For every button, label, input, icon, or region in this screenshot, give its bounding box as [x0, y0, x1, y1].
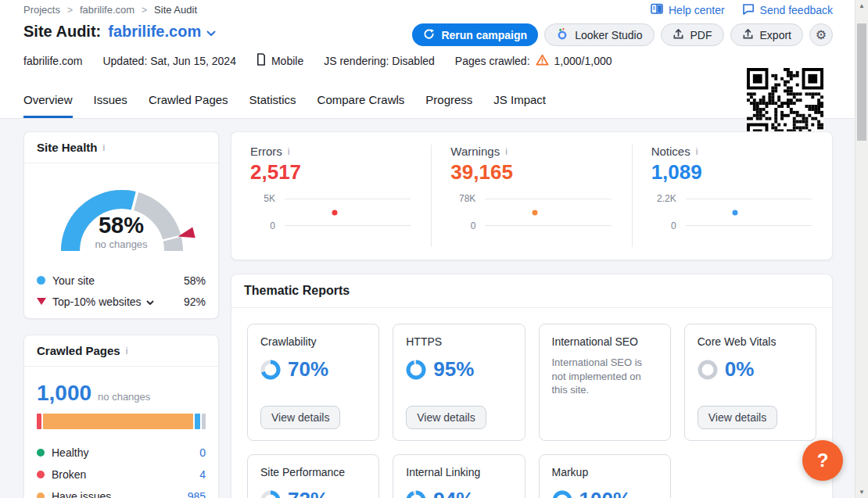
notices-label-row: Notices i: [651, 145, 813, 158]
tab-issues[interactable]: Issues: [94, 93, 127, 118]
bar-segment-broken[interactable]: [37, 414, 41, 429]
crawlability-value: 70%: [288, 357, 328, 382]
breadcrumb-separator-icon: >: [67, 5, 73, 16]
thematic-reports-grid: Crawlability 70% View details HTTPS: [231, 308, 832, 498]
tab-progress[interactable]: Progress: [425, 93, 472, 118]
thematic-card-international-seo: International SEO International SEO is n…: [539, 324, 671, 441]
site-audit-page: Projects > fabrilife.com > Site Audit He…: [0, 0, 868, 498]
mobile-phone-icon: [256, 53, 266, 68]
bar-segment-gray[interactable]: [202, 414, 206, 429]
errors-data-point[interactable]: [332, 210, 337, 215]
tab-crawled-pages[interactable]: Crawled Pages: [149, 93, 228, 118]
info-icon[interactable]: i: [126, 346, 128, 356]
breadcrumb-projects[interactable]: Projects: [23, 4, 60, 16]
core-web-vitals-score: 0%: [698, 357, 803, 382]
notices-column: Notices i 1,089 2.2K 0: [633, 132, 832, 260]
errors-value[interactable]: 2,517: [250, 160, 412, 185]
internal-linking-value: 94%: [433, 488, 474, 498]
meta-domain: fabrilife.com: [23, 55, 82, 67]
tab-compare-crawls[interactable]: Compare Crawls: [317, 93, 405, 118]
info-icon[interactable]: i: [505, 146, 508, 157]
scrollbar-up-arrow[interactable]: ▲: [855, 2, 868, 9]
breadcrumb-project[interactable]: fabrilife.com: [80, 4, 135, 16]
healthy-value[interactable]: 0: [199, 446, 206, 459]
tab-js-impact[interactable]: JS Impact: [493, 93, 546, 118]
errors-axis-min: 0: [250, 220, 275, 231]
core-web-vitals-view-details-button[interactable]: View details: [698, 406, 777, 429]
warnings-column: Warnings i 39,165 78K 0: [432, 132, 631, 260]
tab-statistics[interactable]: Statistics: [249, 93, 296, 118]
chevron-down-icon[interactable]: [146, 296, 154, 308]
errors-label-row: Errors i: [250, 145, 412, 158]
have-issues-value[interactable]: 985: [188, 490, 206, 498]
gridline: [485, 225, 611, 226]
donut-ring-icon: [698, 360, 718, 380]
warnings-axis-max: 78K: [450, 193, 475, 204]
thematic-reports-card: Thematic Reports Crawlability 70% View d…: [231, 274, 833, 498]
legend-row-your-site: Your site 58%: [37, 270, 206, 291]
gridline: [285, 199, 411, 199]
donut-ring-icon: [260, 360, 281, 380]
help-fab-button[interactable]: ?: [802, 440, 843, 481]
crawled-pages-total[interactable]: 1,000: [37, 381, 91, 406]
pdf-export-button[interactable]: PDF: [661, 23, 724, 46]
looker-studio-button[interactable]: Looker Studio: [544, 23, 654, 46]
notices-data-point[interactable]: [733, 210, 738, 215]
meta-device: Mobile: [256, 53, 303, 68]
info-icon[interactable]: i: [696, 146, 698, 157]
warnings-value[interactable]: 39,165: [450, 160, 612, 185]
markup-score: 100%: [552, 488, 658, 498]
notices-axis-max: 2.2K: [651, 193, 676, 204]
chevron-down-icon: [206, 23, 216, 41]
warnings-data-point[interactable]: [533, 210, 538, 215]
settings-button[interactable]: ⚙: [809, 23, 833, 46]
info-icon[interactable]: i: [103, 142, 106, 153]
bar-segment-have-issues[interactable]: [43, 414, 193, 429]
site-health-change: no changes: [24, 238, 218, 250]
errors-axis-max: 5K: [250, 193, 275, 204]
tab-overview[interactable]: Overview: [23, 93, 73, 118]
breadcrumb-site-audit: Site Audit: [154, 4, 197, 16]
crawled-pages-total-row: 1,000 no changes: [37, 381, 206, 406]
upload-icon: [673, 28, 684, 42]
benchmark-triangle-icon: [37, 298, 46, 305]
info-icon[interactable]: i: [288, 146, 290, 157]
crawlability-view-details-button[interactable]: View details: [260, 406, 340, 429]
rerun-campaign-button[interactable]: Rerun campaign: [412, 23, 538, 46]
page-title-prefix: Site Audit:: [23, 23, 101, 41]
help-center-link[interactable]: Help center: [651, 3, 725, 17]
notices-label: Notices: [651, 145, 690, 158]
gridline: [686, 199, 812, 199]
gridline: [485, 199, 611, 199]
crawled-pages-stacked-bar: [37, 414, 206, 429]
question-mark-icon: ?: [817, 450, 829, 471]
warning-triangle-icon[interactable]: [536, 54, 549, 68]
core-web-vitals-title: Core Web Vitals: [698, 335, 803, 348]
export-button[interactable]: Export: [730, 23, 803, 46]
crawled-pages-card: Crawled Pages i 1,000 no changes Healthy…: [23, 335, 219, 498]
have-issues-label: Have issues: [52, 490, 111, 498]
https-score: 95%: [406, 357, 511, 382]
site-health-card: Site Health i 58% no changes Your site 5…: [23, 131, 219, 319]
crawled-pages-title: Crawled Pages: [37, 344, 120, 357]
page-title: Site Audit: fabrilife.com: [23, 23, 216, 41]
send-feedback-link[interactable]: Send feedback: [742, 3, 833, 17]
meta-js-rendering: JS rendering: Disabled: [324, 55, 435, 67]
notices-sparkline: 2.2K 0: [651, 199, 813, 226]
campaign-meta: fabrilife.com Updated: Sat, Jun 15, 2024…: [23, 53, 612, 68]
scrollbar-thumb[interactable]: [857, 23, 866, 141]
https-title: HTTPS: [406, 335, 511, 348]
breadcrumb: Projects > fabrilife.com > Site Audit: [23, 4, 197, 16]
broken-value[interactable]: 4: [199, 468, 206, 481]
crawled-pages-change: no changes: [98, 391, 150, 403]
healthy-dot-icon: [37, 449, 45, 457]
your-site-label: Your site: [52, 274, 95, 287]
scrollbar-down-arrow[interactable]: ▼: [855, 489, 868, 496]
have-issues-dot-icon: [37, 493, 45, 498]
project-selector[interactable]: fabrilife.com: [108, 23, 216, 41]
https-view-details-button[interactable]: View details: [406, 406, 486, 429]
meta-pages-crawled: Pages crawled: 1,000/1,000: [455, 54, 612, 68]
bar-segment-blue[interactable]: [195, 414, 200, 429]
notices-value[interactable]: 1,089: [651, 160, 813, 185]
site-performance-score: 72%: [260, 488, 366, 498]
